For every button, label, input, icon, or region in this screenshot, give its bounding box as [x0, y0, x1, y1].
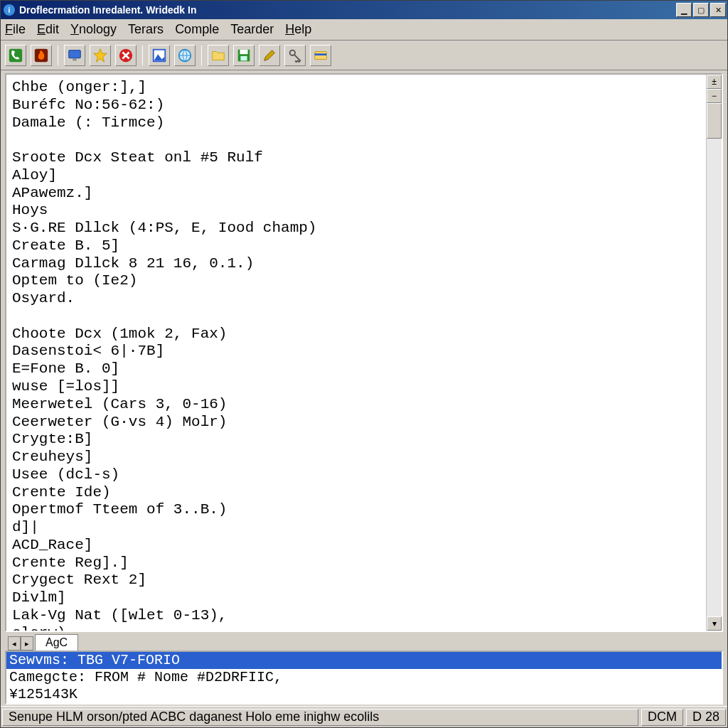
menu-tearder[interactable]: Tearder: [230, 22, 274, 37]
menu-terars[interactable]: Terars: [128, 22, 164, 37]
scroll-track[interactable]: [707, 103, 722, 616]
toolbar-separator: [142, 46, 143, 65]
content-area: Chbe (onger:],] Buréfc No:56-62:) Damale…: [5, 73, 723, 651]
scroll-minus-icon[interactable]: −: [707, 89, 722, 103]
svg-marker-4: [94, 48, 107, 61]
svg-rect-11: [240, 55, 247, 60]
toolbar-separator: [201, 46, 202, 65]
minimize-button[interactable]: ▁: [676, 3, 692, 17]
error-icon[interactable]: [115, 45, 136, 66]
svg-point-12: [290, 50, 295, 55]
folder-icon[interactable]: [208, 45, 229, 66]
window-controls: ▁ ▢ ✕: [676, 3, 726, 17]
monitor-icon[interactable]: [64, 45, 85, 66]
toolbar: [1, 41, 727, 70]
menu-edit[interactable]: Edit: [37, 22, 59, 37]
svg-rect-0: [9, 48, 22, 61]
star-icon[interactable]: [90, 45, 111, 66]
globe-icon[interactable]: [174, 45, 196, 66]
scroll-down-icon[interactable]: ▾: [707, 616, 722, 631]
save-icon[interactable]: [233, 45, 255, 66]
status-position: D 28: [686, 709, 726, 726]
svg-rect-2: [69, 50, 81, 58]
tab-strip: ◂ ▸ AgC: [5, 632, 723, 651]
picture-icon[interactable]: [149, 45, 170, 66]
status-mode: DCM: [641, 709, 683, 726]
menu-help[interactable]: Help: [285, 22, 311, 37]
status-message: Senupe HLM orson/pted ACBC daganest Holo…: [2, 709, 638, 726]
svg-rect-3: [73, 58, 77, 60]
console-line[interactable]: Camegcte: FROM # Nome #D2DRFIIC,: [6, 669, 722, 686]
window-title: Droflecrmation Inredalent. Wridedk In: [19, 4, 676, 16]
toolbar-separator: [58, 46, 58, 65]
scroll-plusminus-icon[interactable]: ±: [707, 75, 722, 89]
close-button[interactable]: ✕: [710, 3, 726, 17]
fire-icon[interactable]: [31, 45, 52, 66]
menu-file[interactable]: File: [5, 22, 26, 37]
svg-rect-14: [315, 53, 327, 55]
app-window: i Droflecrmation Inredalent. Wridedk In …: [0, 0, 728, 728]
statusbar: Senupe HLM orson/pted ACBC daganest Holo…: [1, 706, 727, 727]
tab-prev-icon[interactable]: ◂: [8, 636, 21, 651]
console-line[interactable]: ¥125143K: [6, 686, 722, 703]
vertical-scrollbar[interactable]: ± − ▾: [706, 75, 722, 631]
menubar: FileEditYnologyTerarsCompleTearderHelp: [1, 19, 727, 41]
code-editor[interactable]: Chbe (onger:],] Buréfc No:56-62:) Damale…: [6, 75, 706, 631]
phone-icon[interactable]: [5, 45, 26, 66]
editor-pane: Chbe (onger:],] Buréfc No:56-62:) Damale…: [5, 73, 723, 632]
menu-comple[interactable]: Comple: [175, 22, 219, 37]
menu-ynology[interactable]: Ynology: [70, 22, 117, 37]
key-icon[interactable]: [284, 45, 306, 66]
tab-next-icon[interactable]: ▸: [21, 636, 33, 651]
card-icon[interactable]: [310, 45, 331, 66]
tab-active[interactable]: AgC: [35, 634, 78, 651]
app-icon: i: [4, 4, 15, 16]
scroll-thumb[interactable]: [707, 103, 722, 139]
pencil-icon[interactable]: [259, 45, 280, 66]
titlebar: i Droflecrmation Inredalent. Wridedk In …: [1, 1, 727, 19]
output-console[interactable]: Sewvms: TBG V7-FORIOCamegcte: FROM # Nom…: [5, 651, 723, 705]
maximize-button[interactable]: ▢: [693, 3, 709, 17]
svg-rect-10: [240, 49, 248, 53]
console-selected-line[interactable]: Sewvms: TBG V7-FORIO: [6, 652, 722, 669]
